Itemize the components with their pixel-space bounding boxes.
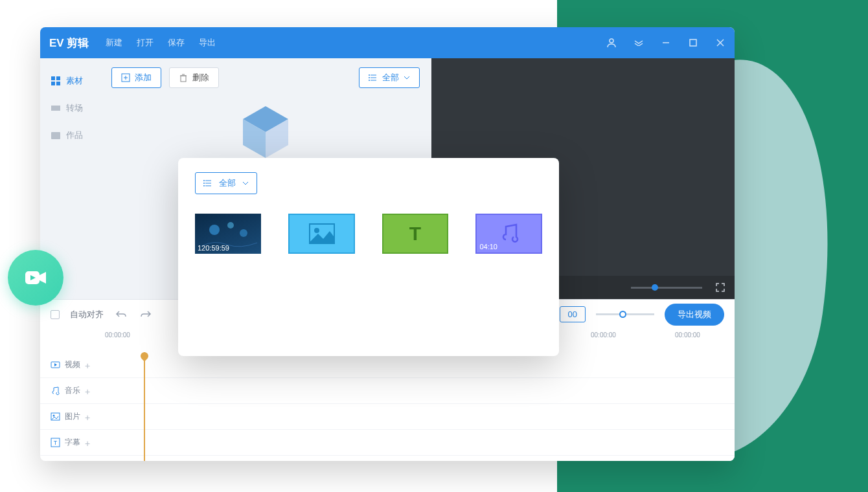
sidebar-item-works[interactable]: 作品 (40, 122, 100, 149)
undo-button[interactable] (114, 308, 128, 322)
svg-rect-9 (56, 82, 60, 85)
add-track-button[interactable]: + (85, 386, 94, 396)
menu-save[interactable]: 保存 (168, 37, 185, 49)
main-menu: 新建 打开 保存 导出 (106, 37, 216, 49)
auto-align-label: 自动对齐 (70, 309, 104, 320)
thumbnail-duration: 04:10 (479, 243, 497, 251)
svg-point-40 (314, 228, 319, 233)
ruler-tick: 00:00:00 (675, 331, 700, 339)
material-popup: 全部 120:59:59 T 04:10 (178, 158, 559, 356)
maximize-icon[interactable] (688, 38, 698, 48)
redo-button[interactable] (139, 308, 153, 322)
add-track-button[interactable]: + (85, 361, 94, 370)
sidebar-item-label: 转场 (66, 102, 83, 114)
plus-icon (121, 73, 130, 82)
svg-point-22 (369, 77, 370, 78)
svg-rect-15 (181, 76, 186, 82)
sidebar-item-label: 素材 (66, 75, 83, 87)
menu-new[interactable]: 新建 (106, 37, 122, 49)
image-icon (309, 223, 335, 244)
transition-icon (51, 103, 61, 113)
close-icon[interactable] (715, 38, 725, 48)
thumbnail-video[interactable]: 120:59:59 (195, 214, 261, 254)
material-thumbnails: 120:59:59 T 04:10 (195, 214, 542, 254)
svg-point-34 (203, 183, 205, 184)
thumbnail-audio[interactable]: 04:10 (475, 214, 542, 254)
content-toolbar: 添加 删除 全部 (111, 67, 420, 88)
text-icon: T (402, 221, 428, 247)
svg-rect-10 (51, 106, 60, 111)
add-button[interactable]: 添加 (111, 67, 161, 88)
video-icon (51, 360, 60, 370)
svg-point-37 (227, 222, 234, 229)
folder-icon (51, 130, 61, 140)
sidebar-item-transition[interactable]: 转场 (40, 95, 100, 122)
delete-button[interactable]: 删除 (169, 67, 219, 88)
timecode-display[interactable]: 00 (560, 306, 586, 322)
thumbnail-image[interactable] (288, 214, 355, 254)
chevron-down-icon (404, 76, 410, 80)
svg-point-38 (240, 229, 247, 237)
filter-all-button[interactable]: 全部 (359, 67, 420, 88)
title-bar: EV 剪辑 新建 打开 保存 导出 (40, 27, 735, 58)
dropdown-icon[interactable] (634, 38, 644, 48)
menu-export[interactable]: 导出 (199, 37, 216, 49)
music-icon (51, 386, 60, 396)
svg-rect-3 (690, 39, 696, 46)
thumbnail-text[interactable]: T (382, 214, 449, 254)
list-icon (203, 179, 212, 187)
svg-point-35 (203, 185, 205, 186)
window-controls (606, 38, 725, 48)
svg-point-26 (53, 415, 55, 417)
thumbnail-duration: 120:59:59 (198, 244, 229, 252)
export-video-button[interactable]: 导出视频 (665, 304, 724, 326)
sidebar-item-material[interactable]: 素材 (40, 67, 100, 95)
app-title: EV 剪辑 (49, 36, 89, 50)
floating-app-icon (8, 250, 63, 306)
svg-text:T: T (409, 223, 421, 244)
zoom-slider[interactable] (596, 313, 654, 315)
svg-point-21 (369, 74, 370, 76)
svg-point-36 (209, 225, 220, 235)
image-icon (51, 412, 60, 421)
volume-slider[interactable] (631, 287, 702, 289)
grid-icon (51, 76, 61, 86)
svg-rect-7 (56, 76, 60, 80)
add-track-button[interactable]: + (85, 438, 94, 447)
svg-rect-8 (51, 82, 55, 85)
list-icon (369, 74, 378, 82)
auto-align-checkbox[interactable] (51, 310, 60, 319)
playhead[interactable] (144, 352, 145, 461)
chevron-down-icon (242, 181, 249, 185)
music-icon (498, 223, 520, 245)
user-icon[interactable] (606, 38, 617, 48)
menu-open[interactable]: 打开 (137, 37, 154, 49)
ruler-tick: 00:00:00 (105, 331, 130, 339)
ruler-tick: 00:00:00 (591, 331, 616, 339)
timeline-tracks: 视频+ 音乐+ 图片+ T字幕+ 配音+ (40, 352, 735, 461)
svg-text:T: T (54, 440, 58, 446)
fullscreen-icon[interactable] (715, 282, 725, 293)
text-icon: T (51, 438, 60, 447)
popup-filter-button[interactable]: 全部 (195, 172, 257, 194)
add-track-button[interactable]: + (85, 412, 94, 421)
trash-icon (179, 73, 188, 82)
camera-icon (23, 265, 49, 291)
cube-illustration (223, 106, 308, 158)
minimize-icon[interactable] (661, 38, 671, 48)
svg-rect-11 (51, 132, 60, 139)
svg-point-23 (369, 80, 370, 81)
svg-rect-6 (51, 76, 55, 80)
sidebar-item-label: 作品 (66, 129, 83, 141)
svg-point-1 (610, 39, 613, 43)
svg-point-33 (203, 180, 205, 181)
